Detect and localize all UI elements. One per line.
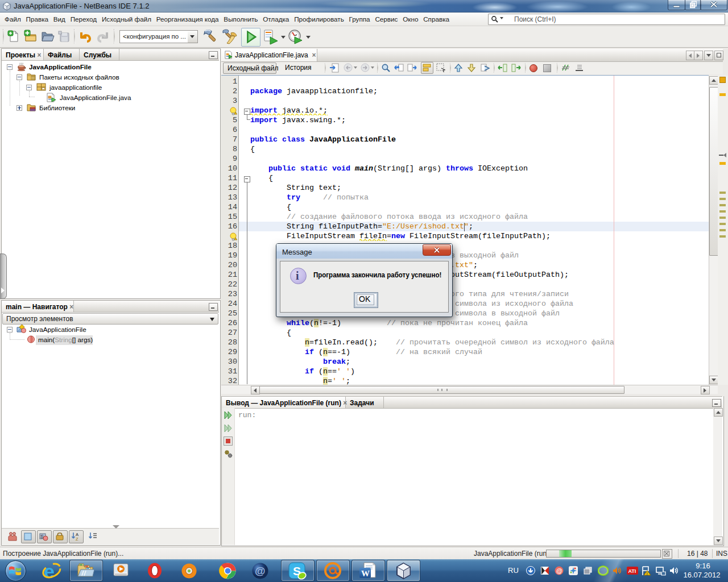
svg-text:@: @ (255, 565, 266, 577)
svg-text:!: ! (647, 572, 648, 576)
svg-text:ATI: ATI (628, 568, 636, 574)
svg-text:Z: Z (76, 537, 78, 541)
svg-text:@: @ (556, 567, 562, 574)
svg-text:W: W (361, 569, 370, 578)
